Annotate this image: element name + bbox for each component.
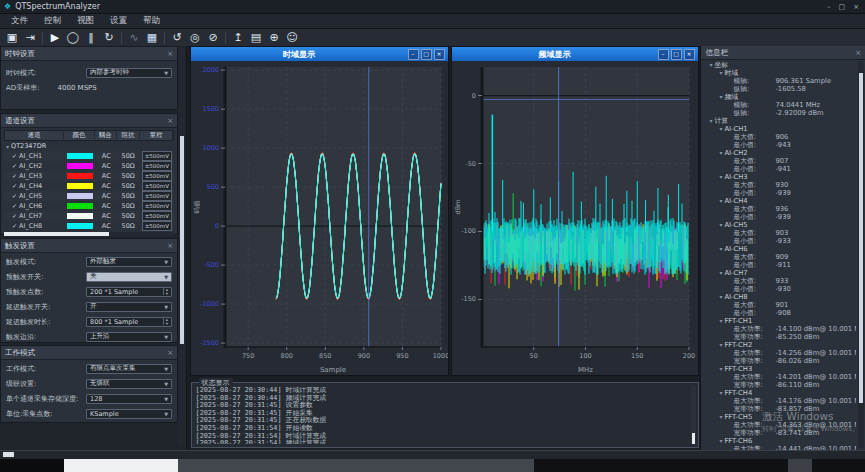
- clock-dropdown[interactable]: 内部参考时钟▼: [86, 68, 172, 78]
- range-dropdown[interactable]: ±500mV: [142, 191, 172, 201]
- panel-pin-icon[interactable]: ×: [167, 242, 173, 250]
- grid-view-icon[interactable]: ▦: [143, 30, 161, 46]
- workmode-dropdown[interactable]: 无级联▼: [86, 379, 172, 389]
- time-chart[interactable]: 75080085090095010002000150010005000-500-…: [191, 61, 448, 375]
- panel-pin-icon[interactable]: ×: [855, 49, 861, 57]
- checkbox-checked-icon[interactable]: ✓: [12, 182, 17, 189]
- spin-down-icon[interactable]: ▾: [166, 292, 168, 295]
- chevron-down-icon[interactable]: ▾: [719, 197, 722, 204]
- scrollbar-thumb[interactable]: [3, 452, 14, 457]
- maximize-button[interactable]: ▢: [839, 3, 846, 11]
- channel-row[interactable]: ✓AI_CH3AC50Ω±500mV: [4, 171, 174, 181]
- mdi-hscrollbar[interactable]: [0, 450, 865, 459]
- chevron-down-icon[interactable]: ▾: [719, 125, 722, 132]
- tree-node[interactable]: ▾AI-CH2: [703, 149, 856, 157]
- tree-node[interactable]: ▾AI-CH4: [703, 197, 856, 205]
- panel-pin-icon[interactable]: ×: [167, 349, 173, 357]
- chevron-down-icon[interactable]: ▾: [709, 61, 712, 68]
- spin-arrows-icon[interactable]: ▴▾: [163, 288, 168, 294]
- menu-view[interactable]: 视图: [69, 15, 102, 27]
- trigger-spinbox[interactable]: 200 *1 Sample▴▾: [86, 287, 172, 297]
- color-swatch[interactable]: [67, 183, 93, 189]
- checkbox-checked-icon[interactable]: ✓: [12, 152, 17, 159]
- color-swatch[interactable]: [67, 193, 93, 199]
- timer-off-icon[interactable]: ⊘: [204, 30, 222, 46]
- minimize-button[interactable]: –: [827, 3, 831, 11]
- range-dropdown[interactable]: ±500mV: [142, 211, 172, 221]
- trigger-dropdown[interactable]: 开▼: [86, 302, 172, 312]
- maximize-button[interactable]: ▢: [671, 49, 682, 60]
- tree-node[interactable]: ▾频域: [703, 93, 856, 101]
- spin-down-icon[interactable]: ▾: [166, 322, 168, 325]
- panel-header[interactable]: 触发设置 ×: [1, 239, 177, 253]
- channel-row[interactable]: ✓AI_CH7AC50Ω±500mV: [4, 211, 174, 221]
- color-swatch[interactable]: [67, 203, 93, 209]
- sidebar-vscrollbar[interactable]: [179, 48, 185, 446]
- channel-row[interactable]: ✓AI_CH5AC50Ω±500mV: [4, 191, 174, 201]
- range-dropdown[interactable]: ±500mV: [142, 181, 172, 191]
- minimize-button[interactable]: –: [658, 49, 669, 60]
- menu-help[interactable]: 帮助: [135, 15, 168, 27]
- close-button[interactable]: ×: [434, 49, 445, 60]
- loop-icon[interactable]: ↻: [100, 30, 118, 46]
- tree-node[interactable]: ▾FFT-CH3: [703, 365, 856, 373]
- workmode-dropdown[interactable]: 128▼: [86, 394, 172, 404]
- checkbox-checked-icon[interactable]: ✓: [12, 162, 17, 169]
- stop-icon[interactable]: ◯: [64, 30, 82, 46]
- channel-row[interactable]: ✓AI_CH6AC50Ω±500mV: [4, 201, 174, 211]
- freq-window-titlebar[interactable]: 频域显示 –▢×: [452, 47, 698, 61]
- chevron-down-icon[interactable]: ▾: [719, 437, 722, 444]
- checkbox-checked-icon[interactable]: ✓: [12, 212, 17, 219]
- chevron-down-icon[interactable]: ▾: [719, 413, 722, 420]
- time-window-titlebar[interactable]: 时域显示 –▢×: [191, 47, 448, 61]
- channel-row[interactable]: ✓AI_CH4AC50Ω±500mV: [4, 181, 174, 191]
- chevron-down-icon[interactable]: ▾: [719, 173, 722, 180]
- copy-icon[interactable]: ▣: [3, 30, 21, 46]
- range-dropdown[interactable]: ±500mV: [142, 171, 172, 181]
- report-icon[interactable]: ▤: [247, 30, 265, 46]
- upload-icon[interactable]: ↥: [229, 30, 247, 46]
- workmode-dropdown[interactable]: KSample▼: [86, 409, 172, 419]
- checkbox-checked-icon[interactable]: ✓: [12, 202, 17, 209]
- power-icon[interactable]: ◎: [186, 30, 204, 46]
- scrollbar-thumb[interactable]: [180, 136, 184, 344]
- chevron-down-icon[interactable]: ▾: [719, 245, 722, 252]
- tree-node[interactable]: ▾坐标: [703, 61, 856, 69]
- trigger-dropdown[interactable]: 外部触发▼: [86, 257, 172, 267]
- chevron-down-icon[interactable]: ▾: [719, 149, 722, 156]
- chevron-down-icon[interactable]: ▾: [719, 293, 722, 300]
- panel-pin-icon[interactable]: ×: [167, 117, 173, 125]
- menu-settings[interactable]: 设置: [102, 15, 135, 27]
- checkbox-checked-icon[interactable]: ✓: [12, 222, 17, 229]
- info-vscrollbar[interactable]: [858, 61, 864, 448]
- chevron-down-icon[interactable]: ▾: [719, 221, 722, 228]
- tree-node[interactable]: ▾AI-CH6: [703, 245, 856, 253]
- panel-header[interactable]: 时钟设置 ×: [1, 47, 177, 61]
- range-dropdown[interactable]: ±500mV: [142, 151, 172, 161]
- range-dropdown[interactable]: ±500mV: [142, 221, 172, 231]
- panel-header[interactable]: 工作模式 ×: [1, 346, 177, 360]
- scrollbar-thumb[interactable]: [4, 232, 109, 236]
- chevron-down-icon[interactable]: ▾: [719, 93, 722, 100]
- color-swatch[interactable]: [67, 163, 93, 169]
- status-log-vscrollbar[interactable]: [691, 386, 696, 444]
- tree-node[interactable]: ▾计算: [703, 117, 856, 125]
- channel-row[interactable]: ✓AI_CH2AC50Ω±500mV: [4, 161, 174, 171]
- chevron-down-icon[interactable]: ▾: [719, 317, 722, 324]
- checkbox-checked-icon[interactable]: ✓: [12, 192, 17, 199]
- history-icon[interactable]: ↺: [168, 30, 186, 46]
- title-bar[interactable]: ❖ QTSpectrumAnalyzer –▢×: [0, 0, 865, 14]
- menu-control[interactable]: 控制: [36, 15, 69, 27]
- chevron-down-icon[interactable]: ▾: [719, 269, 722, 276]
- tree-node[interactable]: ▾FFT-CH2: [703, 341, 856, 349]
- waveform-icon[interactable]: ∿: [125, 30, 143, 46]
- color-swatch[interactable]: [67, 153, 93, 159]
- menu-file[interactable]: 文件: [3, 15, 36, 27]
- panel-header[interactable]: 通道设置 ×: [1, 114, 177, 128]
- tree-node[interactable]: ▾AI-CH8: [703, 293, 856, 301]
- chevron-down-icon[interactable]: ▾: [719, 365, 722, 372]
- network-icon[interactable]: ⊕: [265, 30, 283, 46]
- scrollbar-thumb[interactable]: [859, 73, 863, 403]
- trigger-dropdown[interactable]: 关▼: [86, 272, 172, 282]
- color-swatch[interactable]: [67, 213, 93, 219]
